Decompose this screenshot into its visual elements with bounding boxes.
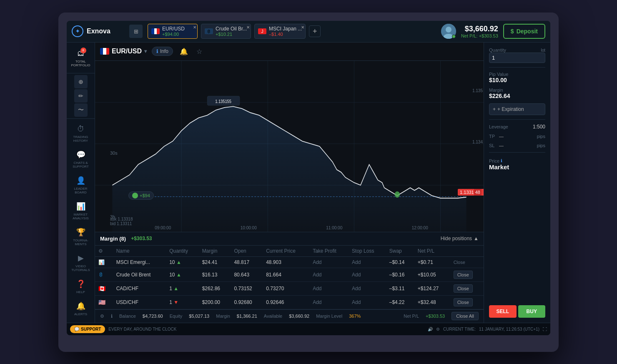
profit-circle: ● [132, 193, 138, 198]
margin-footer-value: $1,366.21 [237, 314, 257, 319]
sidebar-item-market[interactable]: 📊 MARKETANALYSIS [67, 198, 95, 223]
svg-text:1.135155: 1.135155 [215, 98, 231, 103]
close-button-4[interactable]: Close [454, 298, 473, 306]
y-label-2: 1.134 [472, 140, 483, 144]
crosshair-tool[interactable]: ⊕ [74, 75, 88, 88]
row-margin-1: $24.41 [199, 256, 231, 268]
sidebar-item-help-label: HELP [76, 290, 85, 294]
sl-label: SL [489, 143, 497, 148]
tab-msci-change: –$1.40 [269, 32, 302, 37]
leverage-label: Leverage [489, 124, 508, 129]
available-value: $3,660.92 [289, 314, 309, 319]
period-button[interactable]: 30s [110, 151, 118, 211]
info-label: Info [160, 48, 168, 54]
close-all-button[interactable]: Close All [451, 312, 479, 320]
tab-close-msci[interactable]: ✕ [301, 25, 304, 30]
positions-header: Margin (8) +$303.53 Hide positions ▲ [95, 232, 484, 246]
pip-value-label: Pip Value [489, 72, 545, 77]
row-sl-4[interactable]: Add [349, 295, 386, 309]
pip-value-amount: $10.00 [489, 77, 545, 83]
price-chart: 1.135155 1.132940 [95, 61, 484, 232]
support-button[interactable]: 💬 SUPPORT [70, 325, 105, 333]
sidebar-item-chats[interactable]: 💬 CHATS &SUPPORT [67, 147, 95, 172]
row-close-4[interactable]: Close [450, 295, 484, 309]
close-button-2[interactable]: Close [454, 271, 473, 279]
row-tp-3[interactable]: Add [309, 281, 349, 295]
y-label-1: 1.135 [472, 88, 483, 93]
tab-msci[interactable]: ✕ J MSCI Japan ... –$1.40 [254, 24, 306, 39]
row-icon-4: 🇺🇸 [95, 295, 113, 309]
row-tp-4[interactable]: Add [309, 295, 349, 309]
star-button[interactable]: ☆ [195, 46, 204, 57]
close-button-3[interactable]: Close [454, 284, 473, 293]
plus-icon: + [493, 106, 496, 112]
sidebar-item-help[interactable]: ❓ HELP [67, 276, 95, 297]
row-open-2: 80.643 [231, 268, 263, 281]
volume-icon[interactable]: 🔊 [428, 327, 433, 331]
wave-tool[interactable]: 〜 [74, 103, 88, 117]
sidebar-item-alerts[interactable]: 🔔 ALERTS [67, 298, 95, 319]
pair-selector[interactable]: EUR/USD ▾ [100, 48, 147, 55]
sidebar-item-tutorials[interactable]: ▶ VIDEOTUTORIALS [67, 250, 95, 275]
settings-bottom-icon[interactable]: ⚙ [436, 327, 440, 331]
sidebar-item-leaderboard[interactable]: 👤 LEADERBOARD [67, 173, 95, 198]
sidebar-item-trading-label: TRADINGHISTORY [73, 135, 88, 143]
settings-footer-icon[interactable]: ⚙ [100, 314, 104, 319]
sell-button[interactable]: SELL [489, 305, 517, 318]
tab-close-eurusd[interactable]: ✕ [193, 25, 196, 30]
pencil-tool[interactable]: ✏ [74, 89, 88, 103]
expiration-button[interactable]: + + Expiration [489, 103, 545, 115]
sidebar-item-tournaments[interactable]: 🏆 TOURNA-MENTS [67, 224, 95, 249]
divider-3 [489, 152, 545, 153]
time-axis: 09:00:00 10:00:00 11:00:00 12:00:00 [95, 226, 463, 230]
quantity-input[interactable] [489, 53, 545, 63]
sidebar-item-leaderboard-label: LEADERBOARD [74, 187, 87, 194]
row-tp-1[interactable]: Add [309, 256, 349, 268]
settings-icon[interactable]: ⚙ [98, 248, 103, 254]
alerts-icon: 🔔 [76, 301, 85, 311]
sidebar-item-portfolio[interactable]: 🗂 8 TOTALPORTFOLIO [67, 46, 95, 70]
quantity-unit: lot [541, 48, 545, 53]
row-close-1: Close [450, 256, 484, 268]
fullscreen-icon[interactable]: ⛶ [543, 327, 547, 331]
time-label: CURRENT TIME: [443, 327, 476, 331]
row-sl-3[interactable]: Add [349, 281, 386, 295]
sidebar-item-market-label: MARKETANALYSIS [73, 213, 89, 220]
sidebar-item-trading[interactable]: ⏱ TRADINGHISTORY [67, 121, 95, 146]
footer-info-icon[interactable]: ℹ [111, 314, 113, 319]
row-sl-1[interactable]: Add [349, 256, 386, 268]
row-qty-3: 1 ▲ [166, 281, 198, 295]
svg-marker-10 [112, 106, 466, 232]
table-row: 📊 MSCI Emergi... 10 ▲ $24.41 48.817 48.9… [95, 256, 484, 268]
price-decimal: 48 [474, 189, 482, 196]
row-tp-2[interactable]: Add [309, 268, 349, 281]
tab-crudeoil[interactable]: ✕ 🛢 Crude Oil Br... +$10.21 [201, 24, 251, 39]
hide-positions-button[interactable]: Hide positions ▲ [441, 236, 479, 241]
support-label: SUPPORT [81, 327, 101, 331]
row-margin-2: $16.13 [199, 268, 231, 281]
hide-positions-label: Hide positions [441, 236, 472, 241]
net-pnl-footer-value: +$303.53 [426, 314, 445, 319]
bell-button[interactable]: 🔔 [178, 46, 190, 57]
tab-eurusd[interactable]: ✕ EUR/USD +$94.00 [148, 24, 198, 39]
info-button[interactable]: ℹ Info [152, 47, 173, 56]
row-sl-2[interactable]: Add [349, 268, 386, 281]
row-qty-4: 1 ▼ [166, 295, 198, 309]
col-current-price: Current Price [263, 246, 309, 257]
deposit-button[interactable]: $ Deposit [503, 24, 545, 39]
add-tab-button[interactable]: + [309, 25, 321, 37]
row-close-2[interactable]: Close [450, 268, 484, 281]
balance-pnl: Net P/L: +$303.53 [461, 33, 498, 38]
avatar-wrap[interactable] [441, 24, 456, 39]
grid-view-button[interactable]: ⊞ [129, 25, 143, 38]
price-label: Price ℹ [489, 158, 545, 163]
row-close-3[interactable]: Close [450, 281, 484, 295]
tab-close-crudeoil[interactable]: ✕ [246, 25, 250, 30]
time-label-4: 12:00:00 [412, 226, 428, 230]
available-label: Available [264, 314, 282, 319]
net-pnl-footer-label: Net P/L [404, 314, 419, 319]
chats-icon: 💬 [76, 150, 85, 159]
buy-button[interactable]: BUY [518, 305, 546, 318]
logo-label: Exnova [87, 28, 110, 35]
positions-table: ⚙ Name Quantity Margin Open Current Pric… [95, 246, 484, 309]
